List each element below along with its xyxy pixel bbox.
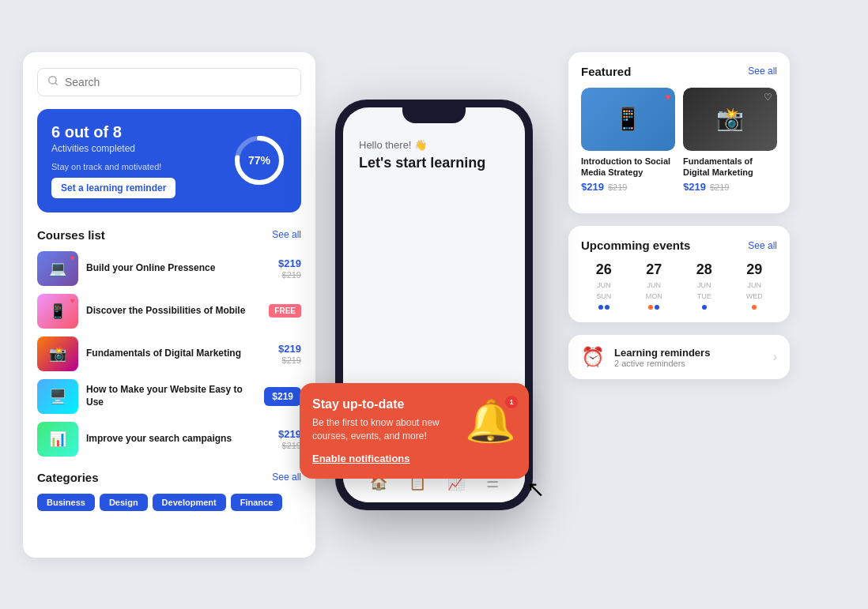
course-price: $219 <box>278 343 301 355</box>
reminder-subtitle: 2 active reminders <box>614 359 764 368</box>
left-panel: 6 out of 8 Activities completed Stay on … <box>23 52 315 558</box>
course-name: Improve your search campaigns <box>86 433 270 445</box>
progress-card: 6 out of 8 Activities completed Stay on … <box>37 109 301 212</box>
event-dow: WED <box>746 292 763 300</box>
featured-price-row: $219 $219 <box>683 181 777 193</box>
dot <box>752 305 757 310</box>
course-name: Build your Online Pressence <box>86 262 270 275</box>
course-thumb: 📊 <box>37 422 78 457</box>
featured-card-name: Fundamentals of Digital Marketing <box>683 156 777 179</box>
free-badge: FREE <box>269 304 301 318</box>
notification-description: Be the first to know about new courses, … <box>312 416 457 443</box>
events-see-all[interactable]: See all <box>748 240 777 251</box>
bell-badge: 1 <box>505 396 518 408</box>
phone-wrapper: Hello there! 👋 Let's start learning 🏠 📋 … <box>315 36 553 573</box>
course-item[interactable]: 🖥️ How to Make your Website Easy to Use … <box>37 379 301 414</box>
course-original: $219 <box>282 441 301 450</box>
course-item[interactable]: 📊 Improve your search campaigns $219 $21… <box>37 422 301 457</box>
featured-card[interactable]: 📱 ♥ Introduction to Social Media Strateg… <box>581 88 675 194</box>
course-price: $219 <box>278 428 301 440</box>
featured-price: $219 <box>581 181 604 193</box>
course-name: How to Make your Website Easy to Use <box>86 384 256 408</box>
search-icon <box>47 75 58 89</box>
phone-tagline: Let's start learning <box>359 154 509 172</box>
heart-icon: ♥ <box>70 254 75 262</box>
event-num: 29 <box>746 261 762 278</box>
category-finance[interactable]: Finance <box>231 494 283 511</box>
course-info: Fundamentals of Digital Marketing <box>86 348 270 360</box>
reminder-section[interactable]: ⏰ Learning reminders 2 active reminders … <box>568 335 790 379</box>
event-dots <box>752 305 757 310</box>
notification-text: Stay up-to-date Be the first to know abo… <box>312 397 457 464</box>
event-num: 27 <box>646 261 662 278</box>
categories-row: Business Design Development Finance <box>37 494 301 511</box>
heart-icon: ♥ <box>70 296 75 305</box>
featured-price-row: $219 $219 <box>581 181 675 193</box>
course-info: Discover the Possibilities of Mobile <box>86 305 261 318</box>
course-item[interactable]: 💻 ♥ Build your Online Pressence $219 $21… <box>37 251 301 286</box>
dot <box>598 305 603 310</box>
dot <box>605 305 609 310</box>
course-name: Fundamentals of Digital Marketing <box>86 348 270 360</box>
course-list: 💻 ♥ Build your Online Pressence $219 $21… <box>37 251 301 457</box>
progress-subtitle: Activities completed <box>51 143 232 154</box>
course-original: $219 <box>282 355 301 365</box>
categories-see-all[interactable]: See all <box>272 472 301 483</box>
course-item[interactable]: 📱 ♥ Discover the Possibilities of Mobile… <box>37 294 301 329</box>
categories-title: Categories <box>37 471 99 484</box>
dot <box>648 305 653 310</box>
bell-wrapper: 🔔 1 <box>465 397 516 445</box>
progress-description: Stay on track and motivated! <box>51 162 232 171</box>
event-month: JUN <box>597 281 611 289</box>
course-price-group: $219 $219 <box>278 258 301 280</box>
event-month: JUN <box>748 281 762 289</box>
course-info: Improve your search campaigns <box>86 433 270 445</box>
dot <box>655 305 659 310</box>
course-original: $219 <box>282 270 301 280</box>
events-grid: 26 JUN SUN 27 JUN MON <box>581 261 777 310</box>
notification-popup: Stay up-to-date Be the first to know abo… <box>300 383 529 479</box>
notification-title: Stay up-to-date <box>312 397 457 412</box>
courses-section-header: Courses list See all <box>37 228 301 242</box>
search-bar[interactable] <box>37 68 301 96</box>
course-name: Discover the Possibilities of Mobile <box>86 305 261 318</box>
events-section: Upcomming events See all 26 JUN SUN 27 <box>568 226 790 322</box>
progress-percent: 77% <box>248 154 270 167</box>
event-day: 28 JUN tue <box>681 261 727 310</box>
event-num: 28 <box>696 261 712 278</box>
featured-card-name: Introduction to Social Media Strategy <box>581 156 675 179</box>
course-price-group: $219 $219 <box>278 428 301 450</box>
featured-card[interactable]: 📸 ♡ Fundamentals of Digital Marketing $2… <box>683 88 777 194</box>
reminder-button[interactable]: Set a learning reminder <box>51 178 175 198</box>
alarm-icon: ⏰ <box>581 346 605 368</box>
search-input[interactable] <box>65 76 291 88</box>
courses-see-all[interactable]: See all <box>272 229 301 240</box>
featured-section: Featured See all 📱 ♥ Introduction to Soc… <box>568 52 790 214</box>
category-business[interactable]: Business <box>37 494 95 511</box>
event-day: 26 JUN SUN <box>581 261 627 310</box>
course-thumb: 📱 ♥ <box>37 294 78 329</box>
event-dots <box>598 305 609 310</box>
price-badge: $219 <box>264 387 301 406</box>
course-item[interactable]: 📸 Fundamentals of Digital Marketing $219… <box>37 336 301 371</box>
featured-title: Featured <box>581 65 631 78</box>
courses-title: Courses list <box>37 228 105 242</box>
category-design[interactable]: Design <box>100 494 148 511</box>
event-dots <box>702 305 707 310</box>
event-dow: SUN <box>596 292 611 300</box>
event-month: JUN <box>647 281 662 289</box>
enable-notifications-button[interactable]: Enable notifications <box>312 453 457 464</box>
featured-price: $219 <box>683 181 706 193</box>
event-dow: MON <box>646 292 662 300</box>
svg-line-1 <box>55 82 58 85</box>
cursor-icon: ↖ <box>526 476 545 502</box>
heart-icon: ♡ <box>764 92 772 103</box>
event-day: 27 JUN MON <box>632 261 677 310</box>
category-development[interactable]: Development <box>153 494 226 511</box>
featured-original: $219 <box>710 182 729 192</box>
event-num: 26 <box>596 261 612 278</box>
featured-see-all[interactable]: See all <box>748 66 777 77</box>
event-dots <box>648 305 659 310</box>
events-header: Upcomming events See all <box>581 239 777 252</box>
phone-notch <box>402 107 466 123</box>
